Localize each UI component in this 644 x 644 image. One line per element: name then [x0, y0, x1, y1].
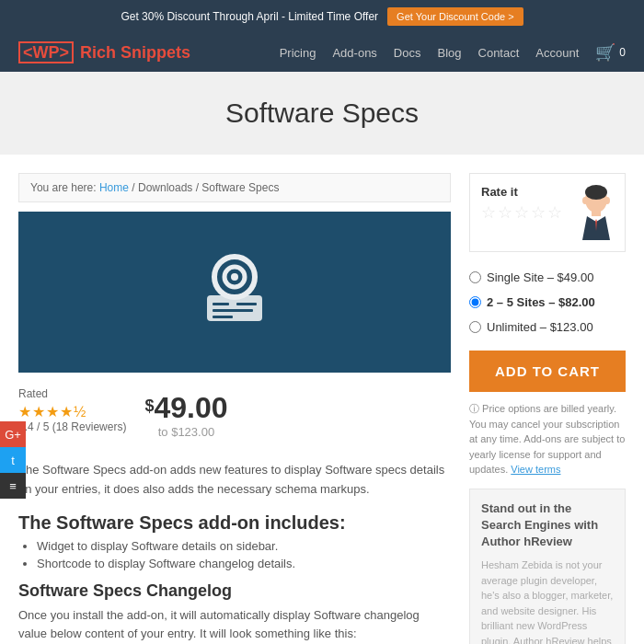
- twitter-button[interactable]: t: [0, 447, 26, 473]
- left-column: You are here: Home / Downloads / Softwar…: [18, 173, 451, 644]
- promo-box: Stand out in the Search Engines with Aut…: [469, 489, 626, 645]
- svg-point-10: [585, 185, 607, 200]
- breadcrumb-prefix: You are here:: [30, 181, 99, 194]
- changelog-description: Once you install the add-on, it will aut…: [18, 606, 451, 644]
- includes-item: Widget to display Software details on si…: [37, 539, 451, 553]
- breadcrumb: You are here: Home / Downloads / Softwar…: [18, 173, 451, 202]
- nav-account[interactable]: Account: [535, 46, 579, 60]
- license-twofive-radio[interactable]: [469, 296, 481, 308]
- price-to: to $123.00: [144, 425, 227, 439]
- product-description: The Software Specs add-on adds new featu…: [18, 461, 451, 500]
- google-plus-button[interactable]: G+: [0, 421, 26, 447]
- rated-label: Rated: [18, 387, 126, 400]
- license-unlimited[interactable]: Unlimited – $123.00: [469, 315, 626, 339]
- rate-stars[interactable]: ☆☆☆☆☆: [481, 202, 564, 223]
- logo-brand: Rich Snippets: [80, 43, 190, 62]
- product-icon: [189, 245, 281, 339]
- nav-contact[interactable]: Contact: [478, 46, 520, 60]
- notice-icon: ⓘ: [469, 403, 479, 414]
- main-nav: <WP> Rich Snippets Pricing Add-ons Docs …: [0, 33, 644, 72]
- banner-text: Get 30% Discount Through April - Limited…: [121, 10, 378, 23]
- product-stars: ★★★★½: [18, 403, 126, 420]
- buffer-button[interactable]: ≡: [0, 473, 26, 499]
- svg-point-2: [231, 273, 238, 281]
- site-logo: <WP> Rich Snippets: [18, 43, 190, 63]
- cart-count: 0: [619, 46, 626, 59]
- includes-title: The Software Specs add-on includes:: [18, 512, 451, 534]
- promo-description: Hesham Zebida is not your average plugin…: [481, 558, 614, 644]
- buffer-icon: ≡: [9, 479, 17, 493]
- product-image: [18, 212, 451, 373]
- changelog-title: Software Specs Changelog: [18, 581, 451, 601]
- content-wrapper: You are here: Home / Downloads / Softwar…: [0, 155, 644, 644]
- notice-terms-link[interactable]: View terms: [511, 464, 560, 475]
- right-column: Rate it ☆☆☆☆☆: [469, 173, 626, 644]
- svg-rect-4: [213, 303, 229, 305]
- price-value: 49.00: [154, 391, 227, 424]
- license-unlimited-radio[interactable]: [469, 321, 481, 333]
- nav-pricing[interactable]: Pricing: [280, 46, 316, 60]
- top-banner: Get 30% Discount Through April - Limited…: [0, 0, 644, 33]
- page-title: Software Specs: [18, 98, 626, 129]
- product-rating-area: Rated ★★★★½ 4.4 / 5 (18 Reviewers): [18, 387, 126, 433]
- svg-point-12: [582, 197, 588, 204]
- svg-point-13: [604, 197, 610, 204]
- license-twofive-label: 2 – 5 Sites – $82.00: [487, 295, 595, 309]
- google-plus-icon: G+: [5, 428, 21, 442]
- rate-content: Rate it ☆☆☆☆☆: [481, 185, 564, 223]
- logo-wp: <WP>: [18, 41, 74, 63]
- nav-addons[interactable]: Add-ons: [332, 46, 376, 60]
- svg-rect-11: [592, 211, 601, 216]
- svg-rect-6: [213, 316, 233, 318]
- license-twofive[interactable]: 2 – 5 Sites – $82.00: [469, 290, 626, 315]
- license-single[interactable]: Single Site – $49.00: [469, 265, 626, 290]
- includes-list: Widget to display Software details on si…: [18, 539, 451, 570]
- breadcrumb-path: / Downloads / Software Specs: [132, 181, 279, 194]
- svg-rect-8: [236, 309, 253, 312]
- svg-rect-5: [213, 309, 238, 312]
- license-single-radio[interactable]: [469, 271, 481, 283]
- svg-rect-7: [236, 303, 257, 305]
- avatar: [573, 185, 619, 240]
- nav-links: Pricing Add-ons Docs Blog Contact Accoun…: [280, 42, 626, 63]
- cart-icon[interactable]: 🛒 0: [595, 42, 626, 63]
- discount-button[interactable]: Get Your Discount Code >: [387, 7, 523, 26]
- nav-docs[interactable]: Docs: [394, 46, 421, 60]
- social-sidebar: G+ t ≡: [0, 421, 26, 499]
- license-unlimited-label: Unlimited – $123.00: [487, 320, 593, 334]
- main-price: $49.00: [144, 391, 227, 425]
- rate-box: Rate it ☆☆☆☆☆: [469, 173, 626, 252]
- rate-title: Rate it: [481, 185, 564, 199]
- rating-count: 4.4 / 5 (18 Reviewers): [18, 420, 126, 433]
- license-options: Single Site – $49.00 2 – 5 Sites – $82.0…: [469, 265, 626, 339]
- add-to-cart-button[interactable]: ADD TO CART: [469, 351, 626, 392]
- promo-title: Stand out in the Search Engines with Aut…: [481, 500, 614, 551]
- license-single-label: Single Site – $49.00: [487, 270, 593, 284]
- includes-item: Shortcode to display Software changelog …: [37, 557, 451, 570]
- breadcrumb-home[interactable]: Home: [99, 181, 129, 194]
- notice-text: ⓘ Price options are billed yearly. You m…: [469, 401, 626, 477]
- twitter-icon: t: [11, 454, 15, 467]
- nav-blog[interactable]: Blog: [437, 46, 461, 60]
- page-title-area: Software Specs: [0, 72, 644, 155]
- price-area: $49.00 to $123.00: [144, 391, 227, 439]
